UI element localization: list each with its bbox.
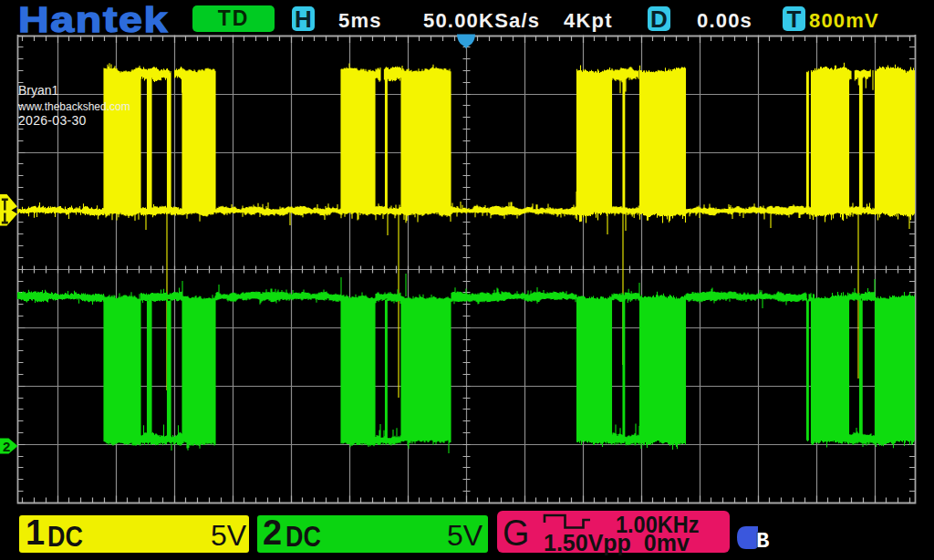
svg-text:2: 2 [3, 439, 10, 454]
svg-text:B: B [756, 529, 769, 551]
